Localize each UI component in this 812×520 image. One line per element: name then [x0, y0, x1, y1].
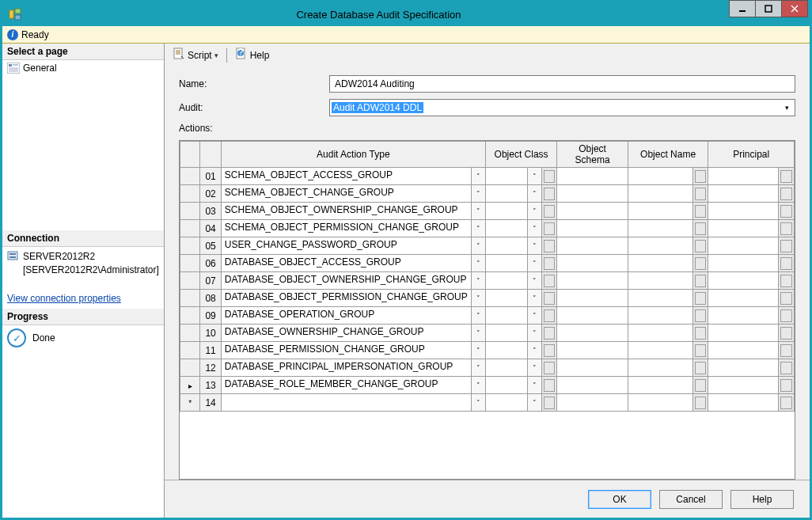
object-class-browse-button[interactable] [542, 377, 557, 394]
principal-browse-button[interactable] [778, 237, 794, 255]
chevron-down-icon[interactable]: ˅ [471, 307, 485, 324]
cell-object-schema[interactable] [557, 307, 628, 325]
cell-principal[interactable] [708, 307, 779, 325]
object-name-browse-button[interactable] [692, 307, 708, 325]
cell-object-name[interactable] [628, 220, 692, 237]
object-class-browse-button[interactable] [542, 203, 557, 220]
principal-browse-button[interactable] [778, 255, 794, 272]
cell-object-class[interactable]: ˅ [485, 377, 541, 394]
name-input[interactable] [329, 75, 795, 93]
chevron-down-icon[interactable]: ˅ [471, 185, 485, 202]
table-row[interactable]: 01SCHEMA_OBJECT_ACCESS_GROUP˅˅ [180, 168, 795, 185]
cell-principal[interactable] [708, 359, 779, 377]
actions-grid[interactable]: Audit Action Type Object Class Object Sc… [179, 140, 795, 480]
cell-object-schema[interactable] [557, 203, 628, 220]
chevron-down-icon[interactable]: ˅ [471, 255, 485, 271]
close-button[interactable] [781, 0, 808, 17]
principal-browse-button[interactable] [778, 325, 794, 342]
object-class-browse-button[interactable] [542, 342, 557, 359]
chevron-down-icon[interactable]: ˅ [471, 237, 485, 254]
cell-object-schema[interactable] [557, 394, 628, 412]
object-name-browse-button[interactable] [692, 342, 708, 359]
object-name-browse-button[interactable] [692, 185, 708, 203]
table-row[interactable]: 05USER_CHANGE_PASSWORD_GROUP˅˅ [180, 237, 795, 255]
cell-object-class[interactable]: ˅ [485, 237, 541, 255]
cell-object-class[interactable]: ˅ [485, 185, 541, 203]
cell-object-schema[interactable] [557, 342, 628, 359]
cell-principal[interactable] [708, 237, 779, 255]
principal-browse-button[interactable] [778, 290, 794, 307]
table-row[interactable]: 04SCHEMA_OBJECT_PERMISSION_CHANGE_GROUP˅… [180, 220, 795, 237]
chevron-down-icon[interactable]: ˅ [471, 220, 485, 237]
cell-principal[interactable] [708, 272, 779, 290]
object-name-browse-button[interactable] [692, 220, 708, 237]
chevron-down-icon[interactable]: ˅ [527, 168, 541, 184]
object-name-browse-button[interactable] [692, 290, 708, 307]
chevron-down-icon[interactable]: ˅ [471, 394, 485, 411]
cell-principal[interactable] [708, 220, 779, 237]
object-class-browse-button[interactable] [542, 168, 557, 185]
table-row[interactable]: *14˅˅ [180, 394, 795, 412]
cell-object-schema[interactable] [557, 220, 628, 237]
cell-action-type[interactable]: USER_CHANGE_PASSWORD_GROUP˅ [221, 237, 485, 255]
cell-object-class[interactable]: ˅ [485, 394, 541, 412]
chevron-down-icon[interactable]: ˅ [527, 203, 541, 219]
table-row[interactable]: ▸13DATABASE_ROLE_MEMBER_CHANGE_GROUP˅˅ [180, 377, 795, 394]
grid-header-object-class[interactable]: Object Class [485, 142, 557, 168]
principal-browse-button[interactable] [778, 185, 794, 203]
object-class-browse-button[interactable] [542, 237, 557, 255]
cell-object-name[interactable] [628, 272, 692, 290]
cell-action-type[interactable]: SCHEMA_OBJECT_OWNERSHIP_CHANGE_GROUP˅ [221, 203, 485, 220]
chevron-down-icon[interactable]: ˅ [471, 342, 485, 359]
cell-object-schema[interactable] [557, 168, 628, 185]
cell-object-class[interactable]: ˅ [485, 168, 541, 185]
cell-object-name[interactable] [628, 203, 692, 220]
cell-action-type[interactable]: DATABASE_PERMISSION_CHANGE_GROUP˅ [221, 342, 485, 359]
chevron-down-icon[interactable]: ˅ [527, 290, 541, 306]
table-row[interactable]: 09DATABASE_OPERATION_GROUP˅˅ [180, 307, 795, 325]
principal-browse-button[interactable] [778, 220, 794, 237]
table-row[interactable]: 08DATABASE_OBJECT_PERMISSION_CHANGE_GROU… [180, 290, 795, 307]
cell-object-name[interactable] [628, 237, 692, 255]
cell-object-name[interactable] [628, 255, 692, 272]
cell-object-name[interactable] [628, 290, 692, 307]
cell-principal[interactable] [708, 325, 779, 342]
cell-principal[interactable] [708, 342, 779, 359]
object-class-browse-button[interactable] [542, 359, 557, 377]
object-name-browse-button[interactable] [692, 377, 708, 394]
cell-object-class[interactable]: ˅ [485, 290, 541, 307]
cell-principal[interactable] [708, 168, 779, 185]
object-name-browse-button[interactable] [692, 272, 708, 290]
cell-action-type[interactable]: DATABASE_OWNERSHIP_CHANGE_GROUP˅ [221, 325, 485, 342]
cell-object-class[interactable]: ˅ [485, 255, 541, 272]
cell-object-schema[interactable] [557, 325, 628, 342]
chevron-down-icon[interactable]: ˅ [471, 203, 485, 219]
principal-browse-button[interactable] [778, 168, 794, 185]
object-name-browse-button[interactable] [692, 237, 708, 255]
cell-object-schema[interactable] [557, 377, 628, 394]
principal-browse-button[interactable] [778, 307, 794, 325]
principal-browse-button[interactable] [778, 203, 794, 220]
help-button[interactable]: ? Help [232, 46, 273, 64]
chevron-down-icon[interactable]: ˅ [471, 325, 485, 341]
cell-object-class[interactable]: ˅ [485, 325, 541, 342]
minimize-button[interactable] [729, 0, 756, 17]
cell-object-name[interactable] [628, 359, 692, 377]
view-connection-link[interactable]: View connection properties [7, 293, 121, 304]
cell-action-type[interactable]: DATABASE_OBJECT_PERMISSION_CHANGE_GROUP˅ [221, 290, 485, 307]
principal-browse-button[interactable] [778, 394, 794, 412]
chevron-down-icon[interactable]: ˅ [527, 342, 541, 359]
table-row[interactable]: 06DATABASE_OBJECT_ACCESS_GROUP˅˅ [180, 255, 795, 272]
cell-action-type[interactable]: DATABASE_PRINCIPAL_IMPERSONATION_GROUP˅ [221, 359, 485, 377]
cell-object-name[interactable] [628, 394, 692, 412]
chevron-down-icon[interactable]: ˅ [471, 272, 485, 289]
cell-object-schema[interactable] [557, 237, 628, 255]
table-row[interactable]: 11DATABASE_PERMISSION_CHANGE_GROUP˅˅ [180, 342, 795, 359]
cell-object-class[interactable]: ˅ [485, 272, 541, 290]
chevron-down-icon[interactable]: ˅ [527, 307, 541, 324]
cell-object-schema[interactable] [557, 255, 628, 272]
chevron-down-icon[interactable]: ˅ [527, 394, 541, 411]
chevron-down-icon[interactable]: ˅ [527, 220, 541, 237]
titlebar[interactable]: Create Database Audit Specification [2, 2, 810, 26]
cell-object-class[interactable]: ˅ [485, 342, 541, 359]
